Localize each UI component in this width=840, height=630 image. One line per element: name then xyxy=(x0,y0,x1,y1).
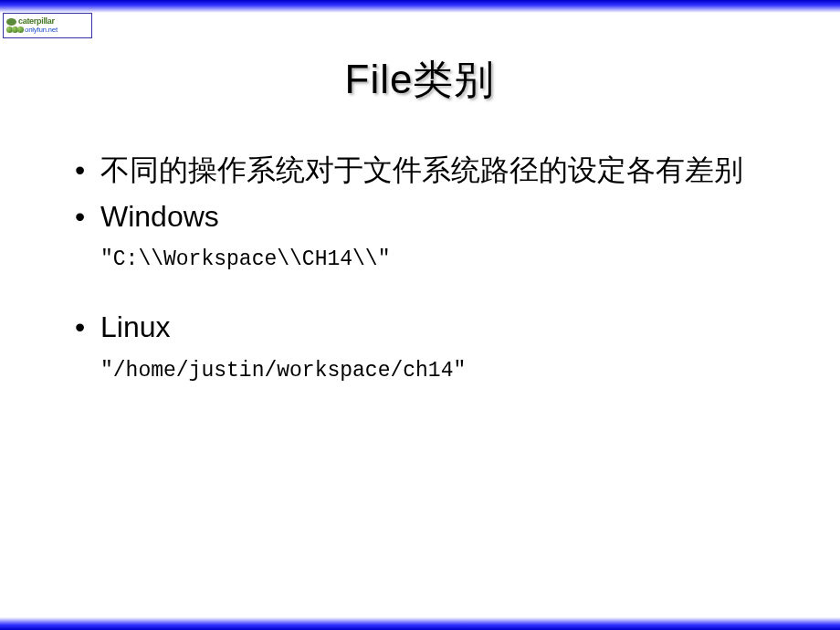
bullet-item-windows: Windows xyxy=(75,197,794,236)
slide-content: 不同的操作系统对于文件系统路径的设定各有差别 Windows "C:\\Work… xyxy=(0,107,840,383)
logo-bottom-row: onlyfun.net xyxy=(6,26,89,35)
caterpillar-icon xyxy=(6,18,16,26)
bottom-gradient-bar xyxy=(0,617,840,630)
bullet-item-intro: 不同的操作系统对于文件系统路径的设定各有差别 xyxy=(75,151,794,190)
logo-badge: caterpillar onlyfun.net xyxy=(3,13,92,38)
logo-sub-text: onlyfun.net xyxy=(25,26,58,35)
logo-balls-icon xyxy=(6,26,23,33)
slide-title: File类别 xyxy=(0,53,840,107)
code-windows-path: "C:\\Workspace\\CH14\\" xyxy=(75,247,794,271)
bullet-item-linux: Linux xyxy=(75,308,794,347)
code-linux-path: "/home/justin/workspace/ch14" xyxy=(75,359,794,383)
top-gradient-bar xyxy=(0,0,840,13)
